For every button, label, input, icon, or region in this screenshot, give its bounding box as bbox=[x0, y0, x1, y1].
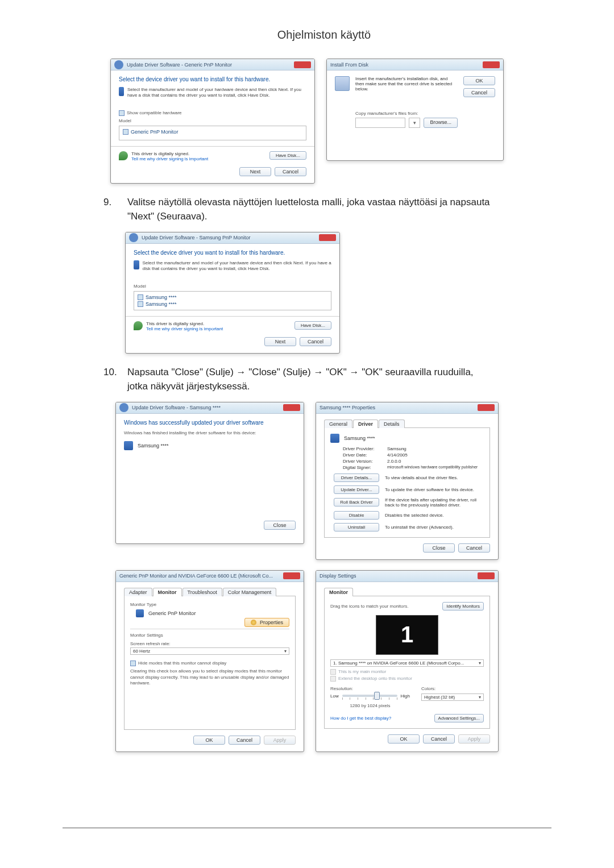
date-v: 4/14/2005 bbox=[387, 452, 408, 458]
slider-low: Low bbox=[330, 693, 339, 699]
slider-high: High bbox=[401, 693, 410, 699]
signer-v: microsoft windows hardware compatibility… bbox=[387, 465, 478, 470]
ok-button[interactable]: OK bbox=[463, 76, 495, 85]
step-10: 10. Napsauta "Close" (Sulje) → "Close" (… bbox=[103, 365, 551, 394]
window-title: Samsung **** Properties bbox=[320, 405, 375, 410]
disable-button[interactable]: Disable bbox=[334, 511, 379, 520]
tab-monitor[interactable]: Monitor bbox=[153, 588, 182, 596]
tab-monitor[interactable]: Monitor bbox=[324, 588, 353, 596]
model-header: Model bbox=[134, 284, 331, 289]
refresh-rate-select[interactable]: 60 Hertz▾ bbox=[130, 647, 289, 655]
close-icon[interactable] bbox=[294, 61, 311, 68]
apply-button[interactable]: Apply bbox=[458, 734, 490, 744]
step-text: Valitse näytöllä olevasta näyttöjen luet… bbox=[127, 195, 491, 224]
close-icon[interactable] bbox=[483, 61, 500, 68]
apply-button[interactable]: Apply bbox=[264, 736, 296, 745]
checkbox-show-compatible[interactable] bbox=[119, 110, 125, 116]
main-monitor-checkbox bbox=[330, 669, 336, 675]
dialog-heading: Select the device driver you want to ins… bbox=[134, 250, 331, 256]
properties-button[interactable]: Properties bbox=[244, 618, 289, 627]
window-title: Install From Disk bbox=[330, 62, 368, 68]
browse-button[interactable]: Browse... bbox=[424, 118, 458, 128]
dialog-heading: Select the device driver you want to ins… bbox=[119, 76, 306, 82]
rollback-driver-button[interactable]: Roll Back Driver bbox=[334, 498, 379, 506]
dialog-install-from-disk: Install From Disk Insert the manufacture… bbox=[326, 59, 504, 161]
resolution-slider[interactable] bbox=[342, 695, 397, 697]
step-number: 9. bbox=[103, 195, 119, 224]
desc: To update the driver software for this d… bbox=[385, 487, 484, 492]
colors-hdr: Colors: bbox=[421, 686, 484, 691]
window-title: Display Settings bbox=[320, 573, 356, 579]
next-button[interactable]: Next bbox=[264, 337, 296, 346]
close-icon[interactable] bbox=[319, 234, 336, 241]
window-title: Generic PnP Monitor and NVIDIA GeForce 6… bbox=[119, 573, 273, 579]
close-icon[interactable] bbox=[478, 404, 495, 411]
identify-monitors-button[interactable]: Identify Monitors bbox=[442, 602, 484, 610]
dialog-sub: Select the manufacturer and model of you… bbox=[127, 87, 306, 99]
dialog-update-driver-a: Update Driver Software - Generic PnP Mon… bbox=[110, 59, 315, 184]
close-button[interactable]: Close bbox=[423, 543, 455, 553]
tab-troubleshoot[interactable]: Troubleshoot bbox=[182, 588, 222, 596]
update-driver-button[interactable]: Update Driver... bbox=[334, 485, 379, 494]
monitor-icon bbox=[124, 441, 133, 450]
dialog-heading: Windows has successfully updated your dr… bbox=[124, 420, 296, 426]
dialog-sub: Windows has finished installing the driv… bbox=[124, 430, 296, 435]
footer-separator bbox=[63, 828, 551, 828]
cancel-button[interactable]: Cancel bbox=[275, 167, 306, 176]
why-signing-link[interactable]: Tell me why driver signing is important bbox=[131, 156, 208, 161]
hide-modes-label: Hide modes that this monitor cannot disp… bbox=[138, 661, 226, 666]
colors-select[interactable]: Highest (32 bit)▾ bbox=[421, 693, 484, 701]
tab-adapter[interactable]: Adapter bbox=[124, 588, 152, 596]
have-disk-button[interactable]: Have Disk... bbox=[269, 151, 306, 160]
close-icon[interactable] bbox=[283, 404, 300, 411]
monitor-select[interactable]: 1. Samsung **** on NVIDIA GeForce 6600 L… bbox=[330, 659, 484, 667]
cancel-button[interactable]: Cancel bbox=[229, 736, 260, 745]
have-disk-button[interactable]: Have Disk... bbox=[294, 321, 331, 330]
model-list-item[interactable]: Generic PnP Monitor bbox=[123, 128, 302, 135]
monitor-icon bbox=[136, 609, 144, 617]
cancel-button[interactable]: Cancel bbox=[463, 88, 495, 97]
tab-details[interactable]: Details bbox=[379, 420, 405, 428]
hide-modes-checkbox[interactable] bbox=[130, 661, 136, 666]
model-list-item[interactable]: Samsung **** bbox=[138, 294, 327, 301]
desc: To view details about the driver files. bbox=[385, 475, 484, 480]
tab-color-mgmt[interactable]: Color Management bbox=[223, 588, 277, 596]
ok-button[interactable]: OK bbox=[193, 736, 225, 745]
close-button[interactable]: Close bbox=[264, 521, 296, 530]
tab-driver[interactable]: Driver bbox=[353, 420, 378, 428]
step-number: 10. bbox=[103, 365, 119, 394]
close-icon[interactable] bbox=[478, 572, 495, 579]
chk-label: Extend the desktop onto this monitor bbox=[338, 676, 412, 681]
dialog-update-driver-b: Update Driver Software - Samsung PnP Mon… bbox=[125, 232, 340, 354]
cancel-button[interactable]: Cancel bbox=[458, 543, 490, 553]
version-k: Driver Version: bbox=[343, 459, 387, 464]
dropdown-arrow-icon[interactable]: ▾ bbox=[409, 118, 420, 128]
why-signing-link[interactable]: Tell me why driver signing is important bbox=[146, 326, 223, 331]
cancel-button[interactable]: Cancel bbox=[300, 337, 331, 346]
provider-k: Driver Provider: bbox=[343, 446, 387, 451]
driver-details-button[interactable]: Driver Details... bbox=[334, 474, 379, 482]
next-button[interactable]: Next bbox=[239, 167, 271, 176]
cancel-button[interactable]: Cancel bbox=[423, 734, 455, 744]
chk-label: This is my main monitor bbox=[338, 669, 386, 674]
provider-v: Samsung bbox=[387, 446, 406, 451]
ok-button[interactable]: OK bbox=[388, 734, 420, 744]
advanced-settings-button[interactable]: Advanced Settings... bbox=[434, 714, 484, 722]
window-title: Update Driver Software - Samsung **** bbox=[132, 405, 221, 410]
how-to-best-display-link[interactable]: How do I get the best display? bbox=[330, 716, 391, 721]
monitor-icon bbox=[330, 434, 339, 443]
shield-icon bbox=[119, 151, 128, 160]
uninstall-button[interactable]: Uninstall bbox=[334, 523, 379, 531]
dialog-monitor-properties: Generic PnP Monitor and NVIDIA GeForce 6… bbox=[115, 570, 304, 752]
model-list-item[interactable]: Samsung **** bbox=[138, 301, 327, 308]
model-header: Model bbox=[119, 118, 306, 123]
tab-general[interactable]: General bbox=[324, 420, 352, 428]
desc: Disables the selected device. bbox=[385, 513, 484, 518]
manufacturer-path-input[interactable] bbox=[355, 118, 405, 128]
resolution-val: 1280 by 1024 pixels bbox=[330, 703, 410, 708]
window-title: Update Driver Software - Generic PnP Mon… bbox=[127, 62, 232, 68]
copy-label: Copy manufacturer's files from: bbox=[355, 111, 458, 116]
page-title: Ohjelmiston käyttö bbox=[97, 28, 551, 41]
monitor-preview[interactable]: 1 bbox=[376, 615, 438, 655]
close-icon[interactable] bbox=[283, 572, 300, 579]
